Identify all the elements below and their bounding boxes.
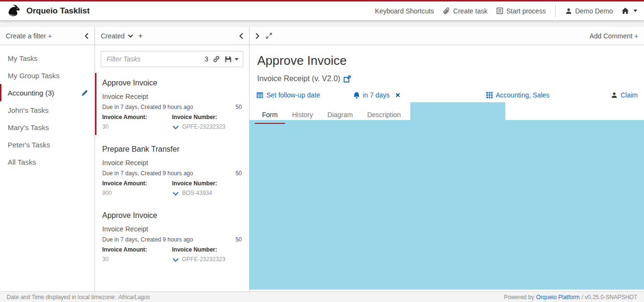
- main-content: Create a filter + My Tasks My Group Task…: [0, 27, 644, 291]
- number-value: GPFE-23232323: [182, 123, 226, 130]
- task-meta: Due in 7 days, Created 9 hours ago 50: [102, 236, 242, 243]
- version-info: Powered by Orqueio Platform / v0.25.0-SN…: [504, 294, 637, 301]
- process-definition: Invoice Receipt (v. V2.0): [257, 74, 644, 83]
- number-label: Invoice Number:: [172, 114, 242, 121]
- number-value: BOS-43934: [182, 190, 213, 196]
- keyboard-shortcuts-link[interactable]: Keyboard Shortcuts: [375, 7, 434, 15]
- filter-list: My Tasks My Group Tasks Accounting (3) J…: [0, 45, 95, 170]
- task-priority: 50: [236, 236, 242, 243]
- task-title: Approve Invoice: [102, 79, 242, 87]
- tab-form[interactable]: Form: [255, 107, 285, 124]
- task-title: Approve Invoice: [102, 211, 242, 220]
- set-follow-up-date-button[interactable]: Set follow-up date: [256, 91, 320, 99]
- filter-item-johns-tasks[interactable]: John's Tasks: [0, 101, 95, 119]
- tab-description[interactable]: Description: [360, 107, 408, 124]
- tab-diagram[interactable]: Diagram: [320, 107, 360, 124]
- add-sort-button[interactable]: +: [138, 32, 143, 40]
- task-title: Prepare Bank Transfer: [102, 145, 242, 154]
- tasks-panel: Created + 3: [95, 27, 250, 291]
- create-filter-button[interactable]: Create a filter +: [6, 32, 52, 40]
- footer: Date and Time displayed in local timezon…: [0, 291, 644, 302]
- collapse-detail-icon[interactable]: [255, 33, 260, 39]
- paperclip-icon: [442, 7, 450, 15]
- filters-panel-header: Create a filter +: [0, 27, 95, 45]
- add-comment-button[interactable]: Add Comment +: [589, 32, 638, 40]
- tab-history[interactable]: History: [285, 107, 321, 124]
- brand-home-link[interactable]: Orqueio Tasklist: [7, 4, 90, 17]
- amount-value: 30: [102, 123, 172, 130]
- task-meta: Due in 7 days, Created 9 hours ago 50: [102, 170, 242, 177]
- save-filter-button[interactable]: [225, 56, 239, 63]
- maximize-icon[interactable]: [266, 33, 272, 39]
- task-action-bar: Set follow-up date in 7 days Accounting,…: [250, 91, 644, 102]
- edit-filter-pencil-icon[interactable]: [81, 89, 88, 97]
- task-count: 3: [204, 55, 208, 63]
- home-menu[interactable]: [621, 7, 637, 14]
- filter-item-my-tasks[interactable]: My Tasks: [0, 49, 95, 67]
- task-priority: 50: [236, 104, 242, 110]
- amount-label: Invoice Amount:: [102, 114, 172, 121]
- timezone-value: Africa/Lagos: [118, 294, 150, 301]
- collapse-filters-icon[interactable]: [84, 33, 89, 39]
- copy-link-icon[interactable]: [213, 55, 220, 63]
- filter-item-marys-tasks[interactable]: Mary's Tasks: [0, 119, 95, 136]
- task-process: Invoice Receipt: [102, 159, 242, 167]
- groups-grid-icon: [486, 92, 493, 98]
- external-link-icon[interactable]: [344, 75, 351, 83]
- expand-variables-icon[interactable]: [172, 192, 179, 196]
- task-card-approve-invoice-1[interactable]: Approve Invoice Invoice Receipt Due in 7…: [95, 73, 249, 135]
- platform-link[interactable]: Orqueio Platform: [536, 294, 580, 301]
- calendar-icon: [256, 92, 263, 98]
- user-menu[interactable]: Demo Demo: [565, 7, 613, 15]
- task-detail-title: Approve Invoice: [257, 53, 644, 68]
- task-detail-panel: Add Comment + Approve Invoice Invoice Re…: [250, 27, 644, 291]
- filters-panel: Create a filter + My Tasks My Group Task…: [0, 27, 95, 291]
- filter-item-all-tasks[interactable]: All Tasks: [0, 153, 95, 170]
- filter-tasks-input[interactable]: [107, 55, 200, 63]
- task-search-bar: 3: [101, 51, 243, 67]
- number-label: Invoice Number:: [172, 180, 242, 187]
- chevron-down-icon: [633, 10, 637, 12]
- top-nav: Keyboard Shortcuts Create task Start pro…: [375, 5, 637, 17]
- detail-panel-header: Add Comment +: [250, 27, 644, 45]
- save-caret-icon: [235, 58, 239, 60]
- task-meta: Due in 7 days, Created 9 hours ago 50: [102, 104, 242, 110]
- number-label: Invoice Number:: [172, 246, 242, 253]
- filter-item-my-group-tasks[interactable]: My Group Tasks: [0, 67, 95, 84]
- groups-button[interactable]: Accounting, Sales: [486, 91, 549, 99]
- top-bar: Orqueio Tasklist Keyboard Shortcuts Crea…: [0, 0, 644, 20]
- task-card-approve-invoice-2[interactable]: Approve Invoice Invoice Receipt Due in 7…: [95, 205, 249, 267]
- embedded-form-area: [250, 120, 644, 290]
- task-process: Invoice Receipt: [102, 225, 242, 233]
- orca-logo-icon: [7, 4, 21, 17]
- amount-label: Invoice Amount:: [102, 246, 172, 253]
- due-date-button[interactable]: in 7 days: [353, 91, 400, 99]
- filter-item-accounting[interactable]: Accounting (3): [0, 84, 95, 101]
- tasks-panel-header: Created +: [95, 27, 249, 45]
- task-process: Invoice Receipt: [102, 93, 242, 100]
- bell-icon: [353, 92, 360, 99]
- remove-due-date-icon[interactable]: [395, 93, 400, 97]
- timezone-info: Date and Time displayed in local timezon…: [7, 294, 150, 301]
- number-value: GPFE-23232323: [182, 256, 226, 263]
- amount-label: Invoice Amount:: [102, 180, 172, 187]
- expand-variables-icon[interactable]: [172, 125, 179, 130]
- expand-variables-icon[interactable]: [172, 258, 179, 262]
- start-process-button[interactable]: Start process: [496, 7, 546, 15]
- nav-divider: [555, 5, 556, 17]
- brand-title: Orqueio Tasklist: [26, 6, 90, 16]
- detail-tabs: Form History Diagram Description: [255, 107, 644, 124]
- save-icon: [225, 56, 232, 63]
- sort-by-created-dropdown[interactable]: Created: [101, 32, 133, 40]
- claim-user-icon: [611, 92, 618, 98]
- filter-item-peters-tasks[interactable]: Peter's Tasks: [0, 136, 95, 153]
- collapse-tasks-icon[interactable]: [239, 33, 243, 39]
- process-list-icon: [496, 7, 503, 14]
- user-icon: [565, 8, 572, 14]
- claim-button[interactable]: Claim: [611, 91, 638, 99]
- task-list: Approve Invoice Invoice Receipt Due in 7…: [95, 73, 249, 291]
- task-priority: 50: [236, 170, 242, 177]
- amount-value: 900: [102, 190, 172, 196]
- task-card-prepare-bank-transfer[interactable]: Prepare Bank Transfer Invoice Receipt Du…: [95, 139, 249, 201]
- create-task-button[interactable]: Create task: [442, 7, 488, 15]
